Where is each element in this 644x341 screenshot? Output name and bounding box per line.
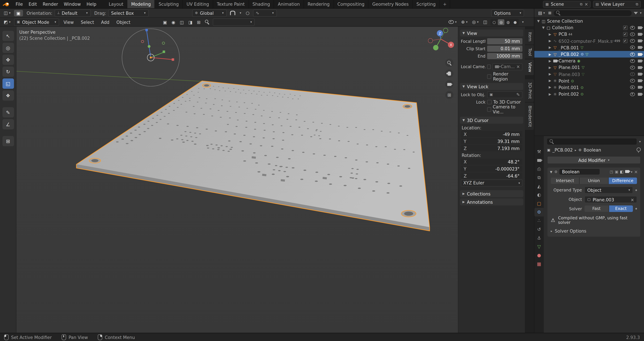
render-visibility-icon[interactable] bbox=[638, 66, 642, 69]
expand-arrow-icon[interactable]: ▶ bbox=[548, 32, 552, 36]
viewport-toggle-3[interactable]: ◫ bbox=[178, 19, 185, 25]
expand-arrow-icon[interactable]: ▶ bbox=[548, 79, 552, 83]
expand-arrow-icon[interactable]: ▶ bbox=[548, 86, 552, 89]
hide-eye-icon[interactable] bbox=[630, 39, 635, 43]
axis-y[interactable] bbox=[433, 45, 438, 50]
realtime-toggle[interactable]: ◧ bbox=[620, 170, 624, 174]
eyedropper-icon[interactable]: ✎ bbox=[516, 92, 520, 97]
render-toggle[interactable] bbox=[625, 170, 629, 174]
outliner-row-pcb-002[interactable]: ▶ ▽ _PCB.002 ⚙ ▽ bbox=[534, 51, 644, 58]
properties-search-input[interactable] bbox=[547, 138, 636, 145]
menu-file[interactable]: File bbox=[13, 2, 26, 7]
menu-window[interactable]: Window bbox=[61, 2, 84, 7]
tab-tool-properties[interactable]: ⚒ bbox=[534, 148, 544, 156]
operand-type-dropdown[interactable]: Object ▾ bbox=[584, 186, 633, 193]
collections-section-header[interactable]: ▶ Collections bbox=[460, 190, 523, 197]
measure-tool[interactable]: ∠ bbox=[2, 119, 14, 129]
animate-dot-icon[interactable] bbox=[636, 208, 637, 210]
expand-arrow-icon[interactable]: ▼ bbox=[541, 26, 546, 30]
tab-object-properties[interactable]: ▢ bbox=[534, 199, 544, 208]
tab-material-properties[interactable]: ● bbox=[534, 251, 544, 260]
cursor-rot-x-field[interactable]: X48.2° bbox=[461, 159, 522, 165]
menu-edit[interactable]: Edit bbox=[26, 2, 40, 7]
shading-rendered-button[interactable]: ● bbox=[512, 19, 518, 25]
edit-mode-toggle[interactable]: ▣ bbox=[615, 170, 618, 174]
add-workspace-button[interactable]: + bbox=[440, 0, 450, 8]
expand-arrow-icon[interactable]: ▼ bbox=[536, 19, 541, 23]
outliner-row-scene-collection[interactable]: ▼ ◫ Scene Collection bbox=[534, 18, 644, 24]
render-visibility-icon[interactable] bbox=[638, 26, 642, 29]
add-modifier-button[interactable]: Add Modifier ▾ bbox=[547, 156, 641, 164]
clip-end-field[interactable]: 10000 mm bbox=[487, 53, 522, 59]
render-region-checkbox[interactable] bbox=[487, 74, 491, 79]
rotate-tool[interactable]: ↻ bbox=[2, 67, 14, 77]
unlink-scene-icon[interactable]: × bbox=[584, 2, 588, 6]
object-field[interactable]: ▢ Plane.003 × bbox=[584, 196, 637, 203]
cursor-rot-y-field[interactable]: Y-0.000023° bbox=[461, 166, 522, 172]
expand-arrow-icon[interactable]: ▶ bbox=[548, 46, 552, 50]
menu-add[interactable]: Add bbox=[98, 20, 112, 24]
expand-arrow-icon[interactable]: ▶ bbox=[548, 66, 552, 69]
workspace-tab-animation[interactable]: Animation bbox=[274, 0, 304, 8]
solver-options-header[interactable]: ▸ Solver Options bbox=[551, 228, 637, 233]
render-visibility-icon[interactable] bbox=[638, 73, 642, 76]
collection-checkbox[interactable] bbox=[623, 25, 628, 30]
menu-help[interactable]: Help bbox=[84, 2, 99, 7]
snap-dropdown[interactable]: ▾ bbox=[238, 10, 242, 16]
shading-dropdown[interactable]: ▾ bbox=[521, 19, 525, 25]
shading-wireframe-button[interactable]: ○ bbox=[491, 19, 498, 25]
outliner-search-input[interactable] bbox=[554, 10, 632, 16]
lock-to-object-field[interactable]: ▣ ✎ bbox=[487, 91, 522, 98]
breadcrumb-modifier[interactable]: Boolean bbox=[584, 148, 601, 152]
scene-selector[interactable]: ▦ Scene ⧉ × bbox=[543, 1, 591, 8]
editor-type-button[interactable]: ◫▾ bbox=[2, 10, 12, 16]
intersect-button[interactable]: Intersect bbox=[551, 178, 579, 184]
tab-view-layer-properties[interactable]: ⧉ bbox=[534, 173, 544, 182]
pin-icon[interactable] bbox=[636, 148, 641, 152]
render-visibility-icon[interactable] bbox=[638, 33, 642, 36]
outliner-editor-type-button[interactable]: ▤▾ bbox=[537, 10, 546, 16]
workspace-tab-geometry-nodes[interactable]: Geometry Nodes bbox=[368, 0, 413, 8]
outliner-row-collection[interactable]: ▼ ▢ Collection bbox=[534, 24, 644, 31]
outliner-row-point-002[interactable]: ▶ ☼ Point.002 ⊙ bbox=[534, 91, 644, 98]
collapse-icon[interactable]: ▼ bbox=[550, 170, 552, 174]
annotate-tool[interactable]: ✎ bbox=[2, 107, 14, 118]
local-camera-field[interactable]: Cam... × bbox=[492, 63, 522, 70]
cursor-tool[interactable]: ◎ bbox=[2, 43, 14, 53]
y-axis-handle[interactable] bbox=[163, 51, 165, 53]
tab-tool[interactable]: Tool bbox=[525, 45, 534, 59]
cursor-loc-z-field[interactable]: Z7.193 mm bbox=[461, 145, 522, 151]
hide-eye-icon[interactable] bbox=[630, 66, 635, 69]
tab-render-properties[interactable] bbox=[534, 156, 544, 165]
breadcrumb-object[interactable]: _PCB.002 bbox=[552, 148, 573, 152]
solver-fast-button[interactable]: Fast bbox=[584, 205, 608, 212]
pan-button[interactable] bbox=[445, 70, 454, 78]
display-mode-icon[interactable]: ▦ bbox=[548, 11, 552, 15]
difference-button[interactable]: Difference bbox=[608, 178, 637, 184]
orientation-dropdown[interactable]: ⟂ Default ▾ bbox=[54, 9, 91, 17]
hide-eye-icon[interactable] bbox=[630, 32, 635, 36]
move-tool[interactable]: ✥ bbox=[2, 55, 14, 65]
tab-output-properties[interactable]: ⎙ bbox=[534, 165, 544, 173]
camera-to-view-checkbox[interactable] bbox=[487, 107, 491, 112]
hide-eye-icon[interactable] bbox=[630, 26, 635, 30]
hide-eye-icon[interactable] bbox=[630, 86, 635, 89]
header-search-button[interactable] bbox=[204, 19, 211, 25]
tab-blenderkit[interactable]: BlenderKit bbox=[525, 103, 534, 130]
cursor-section-header[interactable]: ▼ 3D Cursor bbox=[460, 117, 523, 124]
zoom-button[interactable] bbox=[445, 59, 454, 67]
xray-toggle[interactable]: ◫ bbox=[482, 19, 488, 25]
workspace-tab-scripting[interactable]: Scripting bbox=[413, 0, 440, 8]
viewport-toggle-2[interactable]: ◉ bbox=[170, 19, 176, 25]
viewport-editor-type-button[interactable]: ◩▾ bbox=[2, 19, 12, 25]
perspective-toggle-button[interactable]: ⊞ bbox=[445, 91, 454, 99]
shading-material-button[interactable]: ◍ bbox=[505, 19, 511, 25]
z-axis-handle[interactable] bbox=[146, 29, 148, 31]
outliner-row-pcb[interactable]: ▶ ▽ PCB 44 bbox=[534, 31, 644, 38]
tab-modifier-properties[interactable]: ⚙ bbox=[534, 208, 544, 216]
union-button[interactable]: Union bbox=[580, 178, 608, 184]
expand-arrow-icon[interactable]: ▶ bbox=[548, 72, 552, 76]
workspace-tab-modeling[interactable]: Modeling bbox=[128, 0, 155, 8]
expand-arrow-icon[interactable]: ▶ bbox=[548, 39, 552, 43]
expand-arrow-icon[interactable]: ▶ bbox=[548, 59, 552, 63]
